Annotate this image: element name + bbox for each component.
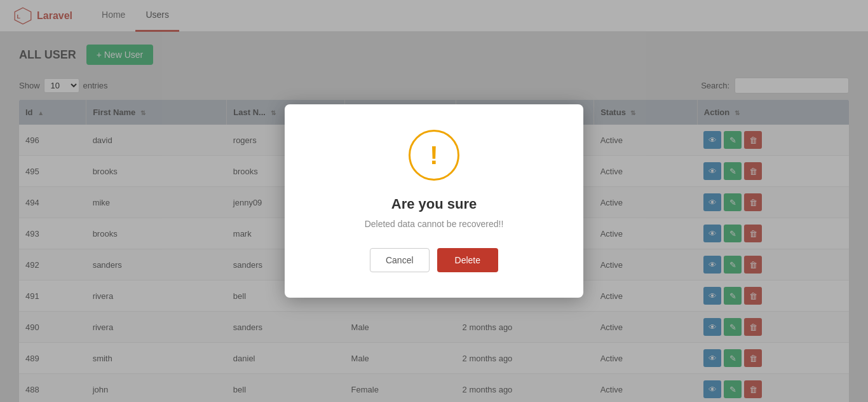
modal-icon-symbol: ! xyxy=(430,141,438,170)
delete-confirm-button[interactable]: Delete xyxy=(437,248,498,272)
cancel-button[interactable]: Cancel xyxy=(370,248,430,272)
modal-overlay[interactable]: ! Are you sure Deleted data cannot be re… xyxy=(0,0,868,402)
confirmation-modal: ! Are you sure Deleted data cannot be re… xyxy=(285,104,583,298)
modal-actions: Cancel Delete xyxy=(316,248,552,272)
modal-warning-icon: ! xyxy=(409,130,459,181)
modal-title: Are you sure xyxy=(316,196,552,212)
modal-message: Deleted data cannot be recovered!! xyxy=(316,219,552,229)
